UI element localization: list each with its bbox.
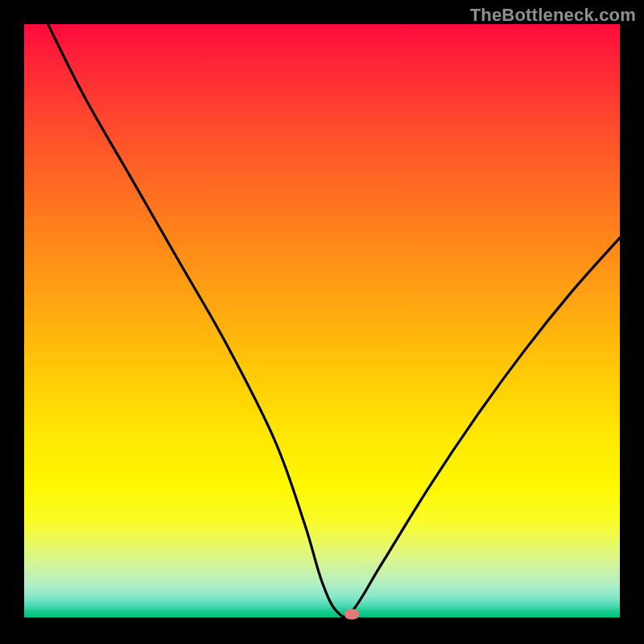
- watermark-text: TheBottleneck.com: [470, 5, 636, 26]
- bottleneck-curve: [24, 24, 620, 617]
- optimum-marker: [345, 609, 359, 620]
- plot-area: [24, 24, 620, 617]
- chart-frame: TheBottleneck.com: [0, 0, 644, 644]
